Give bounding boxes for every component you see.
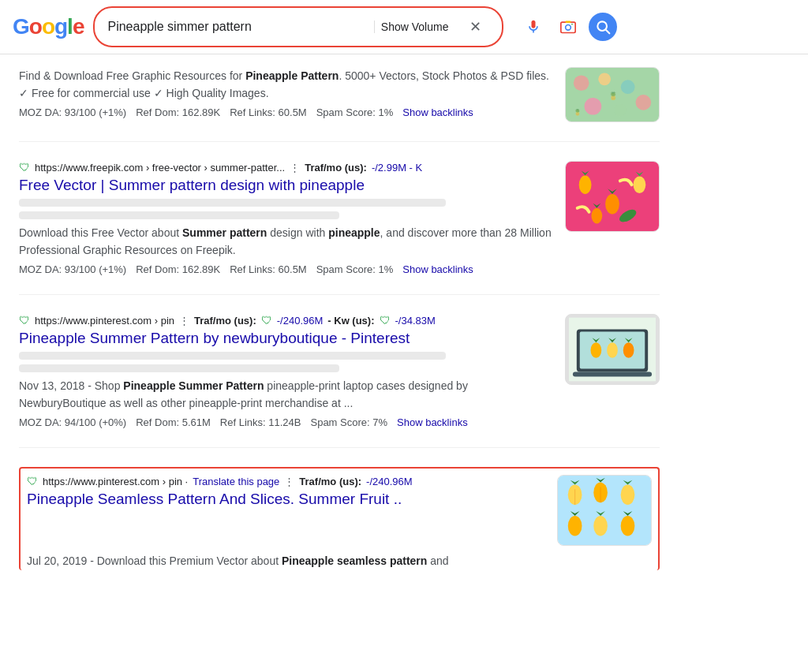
header: Google Show Volume ✕ (0, 0, 808, 54)
result-item: 🛡 https://www.freepik.com › free-vector … (19, 161, 660, 295)
svg-point-46 (621, 516, 635, 536)
spam-score: Spam Score: 1% (316, 106, 394, 118)
show-volume-label: Show Volume (374, 21, 455, 33)
svg-point-8 (598, 73, 611, 85)
blurred-line (19, 364, 339, 372)
translate-link[interactable]: Translate this page (193, 476, 279, 487)
result-content: 🛡 https://www.pinterest.com › pin ⋮ Traf… (19, 314, 552, 428)
result-stats: MOZ DA: 94/100 (+0%) Ref Dom: 5.61M Ref … (19, 416, 552, 428)
result-meta: 🛡 https://www.pinterest.com › pin ⋮ Traf… (19, 314, 552, 327)
ref-dom: Ref Dom: 162.89K (136, 263, 220, 275)
svg-line-5 (606, 30, 610, 34)
svg-point-9 (621, 80, 635, 94)
svg-point-3 (572, 24, 574, 25)
shield-icon: 🛡 (19, 161, 30, 174)
shield-icon-inline2: 🛡 (380, 314, 391, 327)
svg-point-7 (574, 75, 589, 91)
spam-score: Spam Score: 7% (310, 416, 387, 428)
result-meta: 🛡 https://www.freepik.com › free-vector … (19, 161, 552, 174)
svg-point-30 (607, 342, 618, 358)
mic-icon (526, 19, 541, 35)
ref-links: Ref Links: 60.5M (230, 106, 307, 118)
svg-point-10 (585, 98, 602, 115)
svg-point-16 (579, 175, 592, 194)
result-content: Find & Download Free Graphic Resources f… (19, 67, 552, 118)
shield-icon: 🛡 (19, 314, 30, 327)
svg-rect-34 (573, 372, 652, 377)
camera-button[interactable] (554, 13, 582, 41)
result-row: 🛡 https://www.pinterest.com › pin · Tran… (27, 475, 652, 546)
traf-label: Traf/mo (us): (299, 476, 361, 487)
traf-label: Traf/mo (us): (305, 162, 367, 174)
search-input[interactable] (107, 20, 367, 34)
svg-point-44 (593, 516, 608, 536)
result-content: 🛡 https://www.pinterest.com › pin · Tran… (27, 475, 544, 513)
camera-icon (560, 19, 576, 35)
result-url: https://www.pinterest.com › pin (35, 315, 174, 327)
result-description: Jul 20, 2019 - Download this Premium Vec… (27, 552, 652, 569)
show-backlinks-link[interactable]: Show backlinks (402, 106, 473, 118)
result-url: https://www.freepik.com › free-vector › … (35, 162, 285, 174)
svg-point-11 (614, 104, 627, 117)
moz-da: MOZ DA: 93/100 (+1%) (19, 263, 126, 275)
traf-value: -/2.99M - K (372, 162, 422, 174)
clear-button[interactable]: ✕ (461, 13, 489, 41)
svg-point-28 (591, 342, 602, 358)
result-title-link[interactable]: Pineapple Summer Pattern by newburybouti… (19, 330, 552, 347)
result-item: Find & Download Free Graphic Resources f… (19, 67, 660, 142)
show-backlinks-link[interactable]: Show backlinks (402, 263, 473, 275)
ref-dom: Ref Dom: 5.61M (136, 416, 211, 428)
more-icon[interactable]: ⋮ (179, 315, 189, 327)
svg-point-32 (623, 342, 634, 358)
svg-point-18 (605, 194, 619, 215)
search-results: Find & Download Free Graphic Resources f… (0, 54, 679, 588)
ref-links: Ref Links: 11.24B (220, 416, 301, 428)
blurred-line (19, 211, 339, 219)
show-backlinks-link[interactable]: Show backlinks (397, 416, 468, 428)
shield-icon: 🛡 (27, 475, 38, 487)
result-url: https://www.pinterest.com › pin · (43, 476, 188, 487)
search-button[interactable] (589, 13, 617, 41)
more-icon[interactable]: ⋮ (290, 162, 300, 174)
blurred-line (19, 199, 446, 207)
result-row: 🛡 https://www.pinterest.com › pin ⋮ Traf… (19, 314, 660, 428)
traf-label: Traf/mo (us): (194, 315, 256, 327)
svg-point-12 (636, 95, 652, 110)
svg-rect-2 (566, 21, 571, 24)
kw-label: - Kw (us): (327, 315, 374, 327)
ref-links: Ref Links: 60.5M (230, 263, 307, 275)
result-content: 🛡 https://www.freepik.com › free-vector … (19, 161, 552, 275)
result-row: 🛡 https://www.freepik.com › free-vector … (19, 161, 660, 275)
google-logo: Google (13, 14, 84, 39)
result-item: 🛡 https://www.pinterest.com › pin ⋮ Traf… (19, 314, 660, 448)
result-description: Nov 13, 2018 - Shop Pineapple Summer Pat… (19, 377, 552, 412)
result-title-link[interactable]: Free Vector | Summer pattern design with… (19, 177, 552, 194)
result-thumbnail (565, 314, 660, 385)
result-meta: 🛡 https://www.pinterest.com › pin · Tran… (27, 475, 544, 487)
result-description: Download this Free Vector about Summer p… (19, 224, 552, 259)
blurred-line (19, 352, 446, 360)
result-item-highlighted: 🛡 https://www.pinterest.com › pin · Tran… (19, 467, 660, 569)
svg-point-1 (566, 25, 571, 31)
result-description: Find & Download Free Graphic Resources f… (19, 67, 552, 102)
result-stats: MOZ DA: 93/100 (+1%) Ref Dom: 162.89K Re… (19, 263, 552, 275)
traf-value: -/240.96M (366, 476, 413, 487)
mic-button[interactable] (519, 13, 548, 41)
svg-point-42 (568, 516, 582, 536)
svg-rect-0 (561, 22, 575, 32)
spam-score: Spam Score: 1% (316, 263, 394, 275)
traf-value-2: -/34.83M (395, 315, 436, 327)
shield-icon-inline: 🛡 (261, 314, 272, 327)
svg-text:🍍: 🍍 (608, 91, 619, 101)
more-icon[interactable]: ⋮ (284, 476, 294, 487)
result-title-link[interactable]: Pineapple Seamless Pattern And Slices. S… (27, 491, 544, 508)
moz-da: MOZ DA: 93/100 (+1%) (19, 106, 126, 118)
search-bar[interactable]: Show Volume ✕ (93, 6, 503, 47)
svg-text:🍍: 🍍 (574, 108, 582, 116)
svg-point-22 (591, 208, 602, 224)
svg-point-40 (621, 485, 635, 506)
header-icons (519, 13, 617, 41)
moz-da: MOZ DA: 94/100 (+0%) (19, 416, 126, 428)
result-thumbnail (557, 475, 652, 546)
traf-value-1: -/240.96M (277, 315, 324, 327)
